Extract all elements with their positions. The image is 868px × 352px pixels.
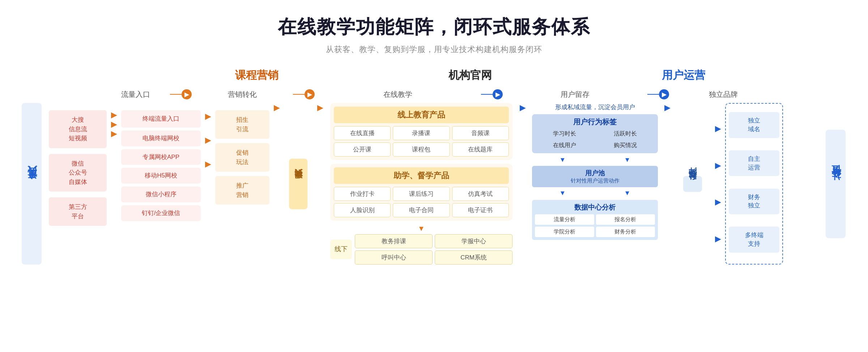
behavior-item-2: 活跃时长 [596,129,655,139]
user-retain-intro: 形成私域流量，沉淀会员用户 [532,103,658,111]
user-pool-title: 用户池 [535,169,655,177]
arrow-to-online: ▶ [317,103,323,112]
arrow-to-course-buy: ▶ [274,103,280,112]
flow-arrow-2: ▶ [305,89,315,99]
arrow-to-private: ▶ [664,103,671,112]
behavior-item-1: 学习时长 [535,129,594,139]
arrow-to-promo-3: ▶ [205,159,211,169]
traffic-source-1: 大搜信息流短视频 [49,110,107,148]
section-marketing: 课程营销 [166,68,347,83]
data-item-4: 财务分析 [596,227,655,237]
arrow-to-marketing-2: ▶ [111,120,117,129]
section-user-ops: 用户运营 [593,68,774,83]
marketing-item-2: 电脑终端网校 [121,130,201,146]
main-content: 流量入口 大搜信息流短视频 微信公众号自媒体 第三方平台 ▶ ▶ ▶ 终端流量入… [22,103,846,265]
offline-title: 线下 [330,240,352,259]
user-behavior-title: 用户行为标签 [535,117,655,127]
offline-item-4: CRM系统 [435,250,512,265]
promo-item-1: 招生引流 [215,110,269,139]
assist-learn-section: 助学、督学产品 作业打卡 课后练习 仿真考试 人脸识别 电子合同 电子证书 [330,164,512,221]
private-matrix-box: 私域矩阵 [683,176,702,192]
flow-step-3: 在线教学 [315,90,481,99]
flow-arrow-3: ▶ [493,89,503,99]
arrow-to-marketing-1: ▶ [111,110,117,120]
marketing-item-6: 钉钉/企业微信 [121,205,201,221]
arrow-to-user-retain: ▶ [520,103,526,112]
online-item-5: 课程包 [393,142,450,156]
right-vert-label: 社会价值 [826,130,846,238]
data-center-title: 数据中心分析 [535,203,655,212]
online-item-1: 在线直播 [334,126,391,140]
page: 在线教学功能矩阵，闭环式服务体系 从获客、教学、复购到学服，用专业技术构建机构服… [0,0,868,279]
data-item-2: 报名分析 [596,214,655,225]
marketing-item-1: 终端流量入口 [121,110,201,128]
left-vert-label: 流量入口 [22,103,42,265]
down-arrow-4: ▼ [532,189,593,197]
flow-arrow-1: ▶ [182,89,192,99]
data-item-3: 学院分析 [535,227,594,237]
flow-step-5: 独立品牌 [669,90,778,99]
down-arrow-1: ▼ [330,224,512,233]
brand-item-2: 自主运营 [729,150,779,176]
course-buy-box: 课程购买 [289,159,307,209]
online-products-grid: 在线直播 录播课 音频课 公开课 课程包 在线题库 [334,126,509,156]
offline-item-1: 教务排课 [355,234,433,248]
offline-item-2: 学服中心 [435,234,512,248]
page-subtitle: 从获客、教学、复购到学服，用专业技术构建机构服务闭环 [22,44,846,55]
assist-item-3: 仿真考试 [452,187,509,201]
down-arrow-3: ▼ [597,156,658,164]
online-products-title: 线上教育产品 [334,107,509,123]
assist-item-6: 电子证书 [452,203,509,217]
header: 在线教学功能矩阵，闭环式服务体系 从获客、教学、复购到学服，用专业技术构建机构服… [22,14,846,55]
assist-item-2: 课后练习 [393,187,450,201]
online-item-4: 公开课 [334,142,391,156]
flow-step-1: 流量入口 [101,90,170,99]
arrow-to-brand-2: ▶ [715,161,721,170]
brand-section: 独立域名 自主运营 财务独立 多终端支持 [725,103,783,265]
flow-step-2: 营销转化 [192,90,293,99]
arrow-to-brand-1: ▶ [715,124,721,133]
arrow-to-brand-4: ▶ [715,234,721,244]
user-behavior-section: 用户行为标签 学习时长 活跃时长 在线用户 购买情况 [532,114,658,153]
brand-item-1: 独立域名 [729,112,779,138]
section-institution: 机构官网 [380,68,561,83]
marketing-item-3: 专属网校APP [121,149,201,165]
assist-learn-title: 助学、督学产品 [334,167,509,184]
online-item-6: 在线题库 [452,142,509,156]
traffic-source-2: 微信公众号自媒体 [49,154,107,192]
assist-item-4: 人脸识别 [334,203,391,217]
user-pool-sub: 针对性用户运营动作 [535,177,655,184]
marketing-item-5: 微信小程序 [121,186,201,202]
brand-item-3: 财务独立 [729,189,779,215]
arrow-to-promo-2: ▶ [205,136,211,145]
behavior-item-3: 在线用户 [535,141,594,150]
assist-learn-grid: 作业打卡 课后练习 仿真考试 人脸识别 电子合同 电子证书 [334,187,509,217]
page-title: 在线教学功能矩阵，闭环式服务体系 [22,14,846,40]
promo-item-2: 促销玩法 [215,143,269,172]
online-item-2: 录播课 [393,126,450,140]
online-education-section: 线上教育产品 在线直播 录播课 音频课 公开课 课程包 在线题库 [330,103,512,160]
data-item-1: 流量分析 [535,214,594,225]
brand-item-4: 多终端支持 [729,227,779,253]
down-arrow-2: ▼ [532,156,593,164]
behavior-item-4: 购买情况 [596,141,655,150]
arrow-to-promo-1: ▶ [205,112,211,121]
online-item-3: 音频课 [452,126,509,140]
user-pool-box: 用户池 针对性用户运营动作 [532,166,658,187]
flow-step-4: 用户留存 [503,90,647,99]
promo-item-3: 推广营销 [215,176,269,205]
arrow-to-marketing-3: ▶ [111,129,117,138]
assist-item-1: 作业打卡 [334,187,391,201]
assist-item-5: 电子合同 [393,203,450,217]
down-arrow-5: ▼ [597,189,658,197]
offline-item-3: 呼叫中心 [355,250,433,265]
traffic-source-3: 第三方平台 [49,197,107,226]
marketing-item-4: 移动H5网校 [121,168,201,184]
data-center-section: 数据中心分析 流量分析 报名分析 学院分析 财务分析 [532,200,658,240]
flow-arrow-4: ▶ [659,89,669,99]
arrow-to-brand-3: ▶ [715,197,721,207]
